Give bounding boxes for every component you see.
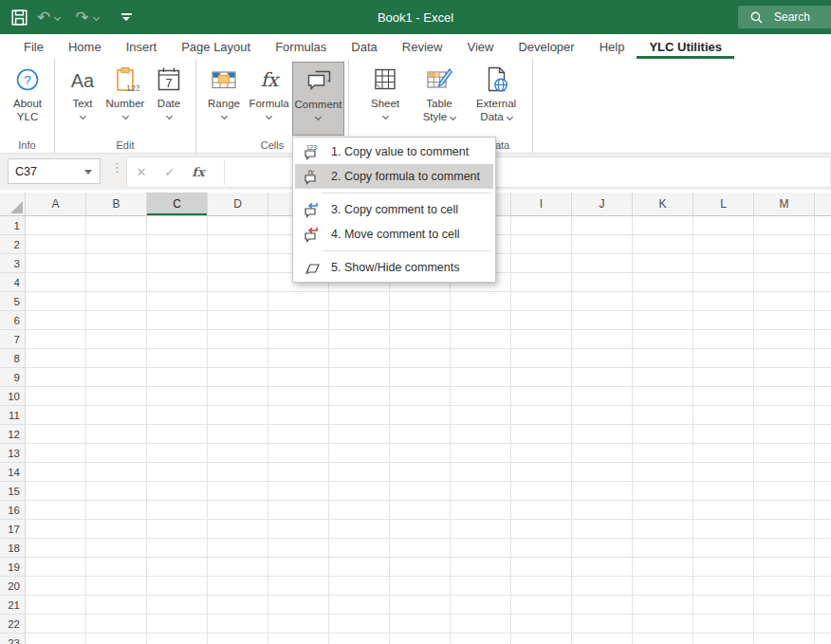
group-label-info: Info [0, 139, 54, 151]
svg-text:Aa: Aa [71, 70, 95, 91]
about-ylc-button[interactable]: ? About YLC [4, 62, 51, 136]
comment-outline-icon [302, 259, 323, 277]
table-style-button[interactable]: Table Style [412, 62, 467, 136]
ribbon-group-edit: Aa Text 123 Number 7 Date Edit [55, 59, 196, 153]
number-button[interactable]: 123 Number [101, 62, 150, 136]
search-box[interactable]: Search [738, 6, 831, 28]
column-header-m[interactable]: M [754, 193, 815, 215]
row-header[interactable]: 7 [0, 330, 25, 349]
comment-123-icon: 123 [302, 143, 323, 161]
column-header-c[interactable]: C [147, 193, 208, 215]
range-button[interactable]: Range [202, 62, 246, 136]
row-header[interactable]: 10 [0, 387, 25, 406]
date-dropdown-icon [165, 112, 172, 119]
row-header[interactable]: 11 [0, 406, 25, 425]
row-header[interactable]: 12 [0, 425, 25, 444]
column-header-b[interactable]: B [86, 193, 147, 215]
table-style-dropdown-icon [450, 113, 456, 120]
formula-bar-grip-icon: ⋮ [111, 160, 123, 175]
svg-text:123: 123 [126, 83, 139, 93]
row-header[interactable]: 23 [0, 634, 25, 644]
cancel-icon[interactable]: ✕ [127, 165, 156, 179]
tab-help[interactable]: Help [587, 34, 637, 59]
row-header[interactable]: 16 [0, 501, 25, 520]
svg-text:?: ? [24, 73, 31, 87]
group-label-edit: Edit [55, 139, 195, 151]
menu-item-copy-formula-to-comment[interactable]: fx 2. Copy formula to comment [295, 164, 493, 189]
select-all-button[interactable] [0, 193, 26, 215]
svg-text:7: 7 [166, 77, 173, 90]
tab-insert[interactable]: Insert [114, 34, 170, 59]
tab-home[interactable]: Home [56, 34, 114, 59]
text-button[interactable]: Aa Text [65, 62, 101, 136]
row-header[interactable]: 20 [0, 577, 25, 596]
tab-file[interactable]: File [11, 34, 56, 59]
table-style-icon [425, 62, 453, 98]
ribbon-tab-bar: File Home Insert Page Layout Formulas Da… [0, 34, 831, 59]
row-header[interactable]: 14 [0, 463, 25, 482]
comment-dropdown-icon [315, 113, 322, 120]
row-header[interactable]: 15 [0, 482, 25, 501]
clipboard-123-icon: 123 [111, 62, 139, 98]
row-header[interactable]: 9 [0, 368, 25, 387]
tab-page-layout[interactable]: Page Layout [169, 34, 263, 59]
row-header[interactable]: 13 [0, 444, 25, 463]
number-dropdown-icon [121, 112, 128, 119]
column-header-i[interactable]: I [511, 193, 572, 215]
row-header[interactable]: 17 [0, 520, 25, 539]
text-dropdown-icon [79, 112, 85, 119]
menu-separator [322, 193, 491, 193]
svg-text:fx: fx [260, 68, 280, 91]
external-data-button[interactable]: External Data [467, 62, 526, 136]
date-button[interactable]: 7 Date [150, 62, 188, 136]
tab-review[interactable]: Review [390, 34, 455, 59]
insert-function-icon[interactable]: fx [184, 165, 212, 179]
row-header[interactable]: 22 [0, 615, 25, 634]
menu-item-move-comment-to-cell[interactable]: 4. Move comment to cell [295, 222, 493, 247]
column-header-l[interactable]: L [693, 193, 754, 215]
menu-item-copy-value-to-comment[interactable]: 123 1. Copy value to comment [295, 139, 493, 164]
row-header[interactable]: 21 [0, 596, 25, 615]
row-header[interactable]: 1 [0, 216, 25, 235]
svg-text:123: 123 [306, 143, 317, 150]
sheet-button[interactable]: Sheet [359, 62, 412, 136]
row-header[interactable]: 3 [0, 254, 25, 273]
search-icon [750, 11, 763, 24]
row-header[interactable]: 19 [0, 558, 25, 577]
column-header-d[interactable]: D [208, 193, 268, 215]
row-header[interactable]: 8 [0, 349, 25, 368]
tab-data[interactable]: Data [339, 34, 389, 59]
tab-developer[interactable]: Developer [506, 34, 586, 59]
menu-item-show-hide-comments[interactable]: 5. Show/Hide comments [295, 255, 493, 280]
external-data-dropdown-icon [507, 113, 513, 120]
row-headers: 1 2 3 4 5 6 7 8 9 10 11 12 13 14 15 16 1… [0, 216, 26, 644]
menu-item-copy-comment-to-cell[interactable]: 3. Copy comment to cell [295, 197, 493, 222]
column-header-a[interactable]: A [26, 193, 86, 215]
name-box-dropdown-icon[interactable] [84, 170, 92, 175]
column-header-partial[interactable] [815, 193, 831, 215]
formula-dropdown-icon [266, 112, 272, 119]
column-header-k[interactable]: K [633, 193, 693, 215]
fx-icon: fx [253, 62, 286, 98]
comment-arrow-blue-icon [302, 201, 323, 219]
comment-button[interactable]: Comment [292, 62, 344, 136]
ribbon-group-info: ? About YLC Info [0, 59, 55, 153]
tab-formulas[interactable]: Formulas [263, 34, 339, 59]
row-header[interactable]: 6 [0, 311, 25, 330]
sheet-grid-icon [371, 62, 399, 98]
comment-bubble-icon [305, 63, 333, 99]
ribbon-empty-area [533, 59, 831, 153]
formula-bar-divider [224, 160, 225, 185]
question-circle-icon: ? [14, 62, 41, 98]
name-box[interactable]: C37 [8, 158, 101, 184]
enter-icon[interactable]: ✓ [156, 165, 184, 179]
tab-view[interactable]: View [454, 34, 506, 59]
row-header[interactable]: 5 [0, 292, 25, 311]
row-header[interactable]: 18 [0, 539, 25, 558]
tab-ylc-utilities[interactable]: YLC Utilities [637, 34, 734, 59]
column-header-j[interactable]: J [572, 193, 633, 215]
external-data-icon [482, 62, 510, 98]
row-header[interactable]: 4 [0, 273, 25, 292]
formula-button[interactable]: fx Formula [246, 62, 292, 136]
row-header[interactable]: 2 [0, 235, 25, 254]
